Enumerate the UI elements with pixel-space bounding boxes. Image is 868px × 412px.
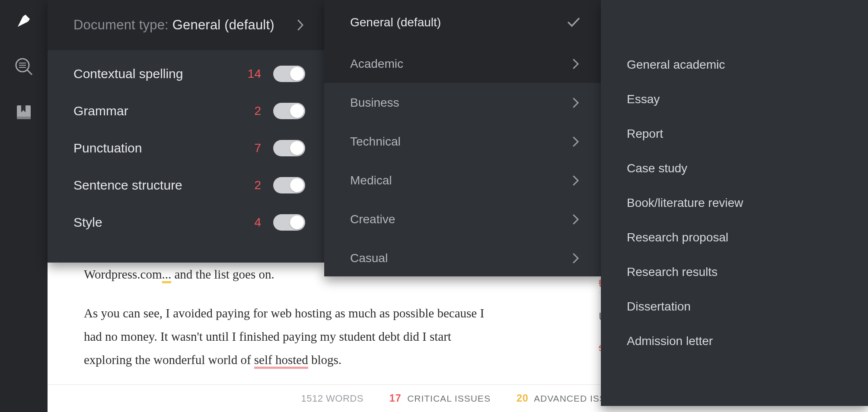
submenu-option[interactable]: Book/literature review	[601, 186, 868, 220]
check-toggle[interactable]	[273, 177, 305, 193]
submenu-label: Research results	[627, 265, 718, 279]
doc-type-option[interactable]: Academic	[324, 44, 601, 83]
submenu-label: Report	[627, 127, 663, 140]
highlight-pink[interactable]: self hosted	[254, 353, 308, 369]
check-row: Grammar2	[73, 103, 305, 119]
submenu-label: Book/literature review	[627, 196, 743, 209]
document-type-label: Document type: General (default)	[73, 17, 274, 33]
chevron-right-icon	[572, 97, 580, 108]
check-toggle[interactable]	[273, 140, 305, 156]
check-row: Sentence structure2	[73, 177, 305, 193]
document-type-row[interactable]: Document type: General (default)	[48, 0, 324, 50]
submenu-label: General academic	[627, 58, 725, 71]
check-count: 14	[243, 67, 273, 81]
search-lines-icon[interactable]	[13, 56, 34, 77]
doc-type-option[interactable]: Medical	[324, 161, 601, 200]
check-toggle[interactable]	[273, 66, 305, 82]
critical-count: 17	[389, 393, 402, 404]
chevron-right-icon	[572, 136, 580, 147]
submenu-option[interactable]: Dissertation	[601, 289, 868, 324]
critical-label: CRITICAL ISSUES	[407, 393, 491, 403]
critical-issues[interactable]: 17 CRITICAL ISSUES	[389, 393, 491, 404]
word-count-number: 1512	[301, 393, 323, 404]
text: Wordpress.com	[84, 267, 162, 281]
option-label: Academic	[350, 57, 403, 71]
chevron-right-icon	[572, 175, 580, 186]
check-row: Style4	[73, 214, 305, 231]
doc-type-value: General (default)	[172, 17, 274, 32]
highlight-yellow[interactable]: ...	[162, 267, 172, 283]
submenu-label: Dissertation	[627, 300, 691, 313]
book-bookmark-icon[interactable]	[13, 102, 34, 123]
check-name: Style	[73, 215, 243, 230]
check-list: Contextual spelling14Grammar2Punctuation…	[48, 50, 324, 250]
document-text: Wordpress.com... and the list goes on. A…	[84, 263, 499, 371]
doc-type-option[interactable]: Casual	[324, 238, 601, 277]
advanced-count: 20	[517, 393, 529, 404]
submenu-option[interactable]: Essay	[601, 82, 868, 117]
chevron-right-icon	[572, 253, 580, 264]
check-name: Punctuation	[73, 141, 243, 155]
submenu-option[interactable]: Research proposal	[601, 220, 868, 255]
check-count: 7	[243, 141, 273, 155]
submenu-label: Essay	[627, 92, 660, 106]
check-name: Grammar	[73, 104, 243, 118]
pen-icon[interactable]	[13, 10, 34, 31]
option-label: Business	[350, 96, 399, 110]
submenu-label: Research proposal	[627, 231, 728, 244]
doc-type-option[interactable]: General (default)	[324, 0, 601, 44]
check-name: Contextual spelling	[73, 67, 243, 81]
check-row: Punctuation7	[73, 140, 305, 156]
check-toggle[interactable]	[273, 214, 305, 231]
submenu-list: General academicEssayReportCase studyBoo…	[601, 0, 868, 358]
submenu-option[interactable]: Admission letter	[601, 324, 868, 358]
academic-submenu: General academicEssayReportCase studyBoo…	[601, 0, 868, 406]
check-count: 2	[243, 178, 273, 192]
submenu-option[interactable]: Research results	[601, 255, 868, 289]
document-type-menu: General (default)AcademicBusinessTechnic…	[324, 0, 601, 276]
option-label: Creative	[350, 212, 395, 226]
check-icon	[567, 17, 580, 28]
word-count-label: WORDS	[326, 393, 364, 404]
option-label: Medical	[350, 174, 392, 187]
doc-type-option[interactable]: Business	[324, 83, 601, 122]
svg-rect-6	[17, 117, 31, 119]
doc-type-option[interactable]: Creative	[324, 200, 601, 238]
submenu-label: Admission letter	[627, 334, 713, 348]
word-count[interactable]: 1512 WORDS	[301, 393, 363, 404]
option-label: Casual	[350, 251, 388, 265]
submenu-option[interactable]: Report	[601, 117, 868, 151]
check-name: Sentence structure	[73, 178, 243, 193]
left-nav-rail	[0, 0, 48, 412]
svg-line-4	[27, 70, 32, 75]
check-row: Contextual spelling14	[73, 66, 305, 82]
text: and the list goes on.	[171, 267, 274, 281]
chevron-right-icon	[297, 19, 305, 32]
option-label: Technical	[350, 135, 401, 149]
text: blogs.	[308, 353, 341, 367]
submenu-option[interactable]: General academic	[601, 48, 868, 82]
submenu-label: Case study	[627, 162, 687, 175]
chevron-right-icon	[572, 58, 580, 70]
check-toggle[interactable]	[273, 103, 305, 119]
settings-panel: Document type: General (default) Context…	[48, 0, 324, 263]
check-count: 4	[243, 216, 273, 229]
submenu-option[interactable]: Case study	[601, 151, 868, 186]
doc-type-prefix: Document type:	[73, 17, 169, 32]
option-label: General (default)	[350, 16, 441, 29]
check-count: 2	[243, 104, 273, 118]
chevron-right-icon	[572, 214, 580, 225]
doc-type-option[interactable]: Technical	[324, 122, 601, 161]
